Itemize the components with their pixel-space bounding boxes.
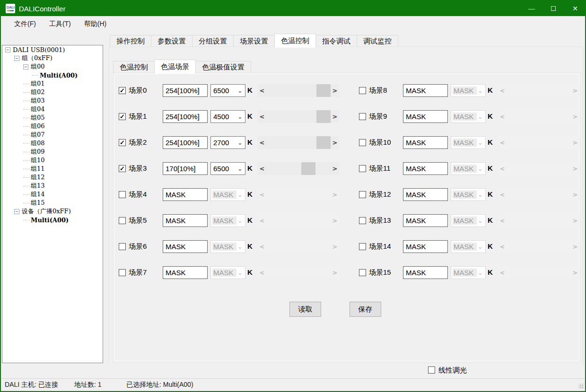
tree-node[interactable]: 组08 bbox=[2, 139, 103, 148]
scene-checkbox[interactable]: ✓ bbox=[359, 113, 366, 120]
tree-collapse-icon[interactable]: − bbox=[5, 47, 10, 52]
main-tab-2[interactable]: 分组设置 bbox=[192, 35, 234, 47]
scroll-thumb[interactable] bbox=[301, 162, 315, 175]
scene-scrollbar[interactable]: < > bbox=[258, 110, 339, 123]
main-tab-6[interactable]: 调试监控 bbox=[357, 35, 398, 47]
scene-value-input[interactable] bbox=[163, 240, 208, 253]
read-button[interactable]: 读取 bbox=[289, 302, 321, 317]
scene-value-input[interactable] bbox=[163, 162, 208, 175]
tree-node[interactable]: 组14 bbox=[2, 190, 103, 199]
chevron-down-icon: ⌄ bbox=[478, 192, 483, 197]
tree-collapse-icon[interactable]: − bbox=[14, 56, 19, 61]
scene-label: 场景15 bbox=[369, 268, 391, 277]
scene-checkbox[interactable]: ✓ bbox=[119, 191, 126, 198]
scene-value-input[interactable] bbox=[163, 84, 208, 97]
scene-checkbox[interactable]: ✓ bbox=[119, 87, 126, 94]
scroll-thumb[interactable] bbox=[316, 110, 331, 123]
scene-value-input[interactable] bbox=[403, 188, 448, 201]
tree-node[interactable]: 组01 bbox=[2, 79, 103, 88]
tree-node[interactable]: − 组（0xFF) bbox=[2, 54, 103, 62]
scene-cct-select[interactable]: 6500 ⌄ bbox=[210, 162, 245, 175]
scene-cct-select[interactable]: 2700 ⌄ bbox=[210, 136, 245, 149]
main-tab-3[interactable]: 场景设置 bbox=[233, 35, 275, 47]
scene-value-input[interactable] bbox=[403, 136, 448, 149]
main-tab-1[interactable]: 参数设置 bbox=[151, 35, 192, 47]
tree-node[interactable]: − 设备（广播0xFF) bbox=[2, 207, 103, 216]
tree-node[interactable]: 组12 bbox=[2, 173, 103, 182]
scene-checkbox[interactable]: ✓ bbox=[359, 243, 366, 250]
scene-scrollbar[interactable]: < > bbox=[258, 136, 339, 149]
save-button[interactable]: 保存 bbox=[350, 302, 381, 317]
scene-checkbox[interactable]: ✓ bbox=[119, 243, 126, 250]
scene-checkbox[interactable]: ✓ bbox=[359, 139, 366, 146]
tree-node[interactable]: 组07 bbox=[2, 131, 103, 139]
scene-value-input[interactable] bbox=[403, 266, 448, 279]
sub-tab-2[interactable]: 色温极值设置 bbox=[195, 61, 251, 73]
tree-node[interactable]: 组02 bbox=[2, 88, 103, 96]
resize-grip-icon[interactable] bbox=[579, 384, 584, 389]
scene-checkbox[interactable]: ✓ bbox=[119, 269, 126, 276]
scene-checkbox[interactable]: ✓ bbox=[359, 217, 366, 224]
scene-scrollbar[interactable]: < > bbox=[258, 162, 339, 175]
tree-node[interactable]: 组15 bbox=[2, 199, 103, 207]
tree-node[interactable]: 组05 bbox=[2, 113, 103, 122]
scene-checkbox[interactable]: ✓ bbox=[119, 165, 126, 172]
scroll-left-icon: < bbox=[258, 240, 266, 253]
scroll-right-icon[interactable]: > bbox=[331, 110, 339, 123]
tree-node[interactable]: 组06 bbox=[2, 122, 103, 131]
scene-checkbox[interactable]: ✓ bbox=[359, 269, 366, 276]
main-tab-4[interactable]: 色温控制 bbox=[274, 34, 316, 47]
tree-node[interactable]: 组09 bbox=[2, 148, 103, 156]
sub-tab-1[interactable]: 色温场景 bbox=[154, 60, 196, 73]
scene-checkbox[interactable]: ✓ bbox=[119, 217, 126, 224]
scene-value-input[interactable] bbox=[163, 214, 208, 227]
tree-node[interactable]: − 组00 bbox=[2, 62, 103, 71]
main-tab-5[interactable]: 指令调试 bbox=[315, 35, 357, 47]
scroll-left-icon[interactable]: < bbox=[258, 162, 266, 175]
tree-node[interactable]: Multi(A00) bbox=[2, 71, 103, 79]
close-button[interactable]: ✕ bbox=[564, 0, 586, 17]
scene-value-input[interactable] bbox=[163, 136, 208, 149]
scene-cct-select[interactable]: 4500 ⌄ bbox=[210, 110, 245, 123]
main-tab-0[interactable]: 操作控制 bbox=[110, 35, 151, 47]
scroll-left-icon[interactable]: < bbox=[258, 136, 266, 149]
linear-dimming-checkbox[interactable] bbox=[428, 366, 435, 374]
scroll-thumb[interactable] bbox=[316, 84, 331, 97]
menu-help[interactable]: 帮助(H) bbox=[78, 16, 113, 32]
scroll-right-icon[interactable]: > bbox=[331, 162, 339, 175]
minimize-button[interactable]: — bbox=[521, 0, 542, 17]
tree-node[interactable]: 组10 bbox=[2, 156, 103, 165]
scroll-left-icon[interactable]: < bbox=[258, 110, 266, 123]
scene-cct-select[interactable]: 6500 ⌄ bbox=[210, 84, 245, 97]
scene-value-input[interactable] bbox=[403, 84, 448, 97]
scene-checkbox[interactable]: ✓ bbox=[359, 191, 366, 198]
tree-node[interactable]: 组04 bbox=[2, 105, 103, 113]
scene-value-input[interactable] bbox=[403, 162, 448, 175]
scene-scrollbar[interactable]: < > bbox=[258, 84, 339, 97]
scroll-thumb[interactable] bbox=[316, 136, 331, 149]
scene-value-input[interactable] bbox=[163, 188, 208, 201]
scene-value-input[interactable] bbox=[403, 110, 448, 123]
scene-value-input[interactable] bbox=[163, 266, 208, 279]
tree-node[interactable]: − DALI USB(0001) bbox=[2, 45, 103, 54]
menu-file[interactable]: 文件(F) bbox=[8, 16, 43, 32]
tree-collapse-icon[interactable]: − bbox=[23, 64, 28, 70]
sub-tab-0[interactable]: 色温控制 bbox=[113, 61, 155, 73]
tree-node[interactable]: 组03 bbox=[2, 96, 103, 105]
scene-value-input[interactable] bbox=[163, 110, 208, 123]
scroll-right-icon[interactable]: > bbox=[331, 84, 339, 97]
scroll-left-icon[interactable]: < bbox=[258, 84, 266, 97]
scene-value-input[interactable] bbox=[403, 240, 448, 253]
tree-collapse-icon[interactable]: − bbox=[14, 209, 19, 214]
tree-node[interactable]: Multi(A00) bbox=[2, 216, 103, 224]
scene-checkbox[interactable]: ✓ bbox=[119, 113, 126, 120]
scene-checkbox[interactable]: ✓ bbox=[359, 87, 366, 94]
scroll-right-icon[interactable]: > bbox=[331, 136, 339, 149]
scene-checkbox[interactable]: ✓ bbox=[359, 165, 366, 172]
maximize-button[interactable] bbox=[542, 0, 564, 17]
tree-node[interactable]: 组13 bbox=[2, 182, 103, 190]
menu-tools[interactable]: 工具(T) bbox=[43, 16, 78, 32]
tree-node[interactable]: 组11 bbox=[2, 165, 103, 173]
scene-value-input[interactable] bbox=[403, 214, 448, 227]
scene-checkbox[interactable]: ✓ bbox=[119, 139, 126, 146]
